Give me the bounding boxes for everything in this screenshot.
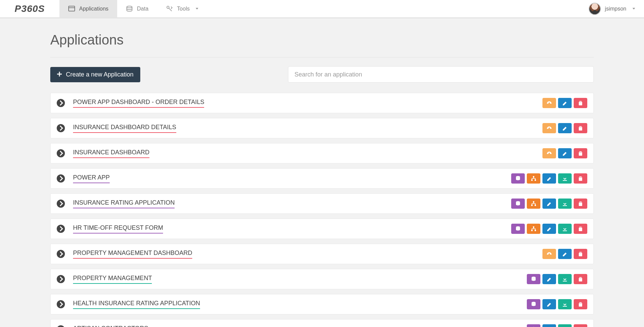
- open-application-icon[interactable]: [57, 200, 65, 208]
- edit-button[interactable]: [542, 274, 556, 284]
- nav-label: Tools: [177, 6, 190, 12]
- divider: [50, 57, 594, 57]
- open-application-icon[interactable]: [57, 300, 65, 308]
- dashboard-button[interactable]: [542, 148, 556, 158]
- application-name[interactable]: ARTISAN CONTRACTORS: [73, 325, 148, 327]
- edit-button[interactable]: [542, 299, 556, 309]
- delete-button[interactable]: [574, 274, 587, 284]
- open-application-icon[interactable]: [57, 149, 65, 157]
- application-row: POWER APP DASHBOARD - ORDER DETAILS: [50, 93, 594, 113]
- plus-icon: [57, 71, 62, 78]
- row-actions: [542, 123, 587, 133]
- data-button[interactable]: [511, 199, 525, 209]
- open-application-icon[interactable]: [57, 250, 65, 258]
- row-actions: [542, 98, 587, 108]
- row-actions: [511, 224, 587, 234]
- data-button[interactable]: [511, 173, 525, 184]
- application-row: PROPERTY MANAGEMENT DASHBOARD: [50, 244, 594, 264]
- application-row: HR TIME-OFF REQUEST FORM: [50, 219, 594, 239]
- edit-button[interactable]: [558, 148, 572, 158]
- row-actions: [511, 173, 587, 184]
- org-button[interactable]: [527, 173, 540, 184]
- edit-button[interactable]: [558, 249, 572, 259]
- edit-button[interactable]: [542, 224, 556, 234]
- chevron-down-icon: [196, 8, 198, 10]
- delete-button[interactable]: [574, 148, 587, 158]
- chevron-down-icon: [632, 8, 635, 10]
- download-button[interactable]: [558, 224, 572, 234]
- edit-button[interactable]: [558, 98, 572, 108]
- edit-button[interactable]: [542, 173, 556, 184]
- row-actions: [542, 148, 587, 158]
- delete-button[interactable]: [574, 199, 587, 209]
- delete-button[interactable]: [574, 98, 587, 108]
- application-row: ARTISAN CONTRACTORS: [50, 319, 594, 327]
- application-name[interactable]: PROPERTY MANAGEMENT: [73, 275, 152, 284]
- dashboard-button[interactable]: [542, 98, 556, 108]
- topbar: P360S Applications Data Tools jsimpson: [0, 0, 644, 18]
- application-name[interactable]: INSURANCE DASHBOARD DETAILS: [73, 124, 176, 133]
- application-name[interactable]: POWER APP: [73, 174, 110, 183]
- row-actions: [542, 249, 587, 259]
- data-button[interactable]: [527, 274, 540, 284]
- avatar: [589, 3, 601, 15]
- edit-button[interactable]: [558, 123, 572, 133]
- application-row: PROPERTY MANAGEMENT: [50, 269, 594, 289]
- page-title: Applications: [50, 32, 594, 48]
- search-input[interactable]: [288, 66, 594, 83]
- application-name[interactable]: PROPERTY MANAGEMENT DASHBOARD: [73, 249, 192, 259]
- open-application-icon[interactable]: [57, 325, 65, 327]
- row-actions: [527, 324, 587, 327]
- search-wrap: [288, 66, 594, 83]
- page-container: Applications Create a new Application PO…: [50, 19, 594, 327]
- data-button[interactable]: [527, 324, 540, 327]
- main-nav: Applications Data Tools: [59, 0, 207, 17]
- user-menu[interactable]: jsimpson: [580, 0, 644, 17]
- open-application-icon[interactable]: [57, 275, 65, 283]
- application-list: POWER APP DASHBOARD - ORDER DETAILSINSUR…: [50, 93, 594, 327]
- open-application-icon[interactable]: [57, 225, 65, 233]
- application-row: INSURANCE DASHBOARD: [50, 143, 594, 164]
- dashboard-button[interactable]: [542, 249, 556, 259]
- download-button[interactable]: [558, 274, 572, 284]
- application-row: HEALTH INSURANCE RATING APPLICATION: [50, 294, 594, 314]
- delete-button[interactable]: [574, 299, 587, 309]
- org-button[interactable]: [527, 199, 540, 209]
- open-application-icon[interactable]: [57, 124, 65, 132]
- download-button[interactable]: [558, 199, 572, 209]
- delete-button[interactable]: [574, 324, 587, 327]
- application-row: INSURANCE DASHBOARD DETAILS: [50, 118, 594, 138]
- database-icon: [126, 5, 133, 12]
- create-label: Create a new Application: [66, 71, 133, 78]
- row-actions: [527, 299, 587, 309]
- open-application-icon[interactable]: [57, 99, 65, 107]
- application-name[interactable]: INSURANCE RATING APPLICATION: [73, 199, 175, 208]
- create-application-button[interactable]: Create a new Application: [50, 67, 140, 82]
- edit-button[interactable]: [542, 324, 556, 327]
- delete-button[interactable]: [574, 249, 587, 259]
- org-button[interactable]: [527, 224, 540, 234]
- application-name[interactable]: POWER APP DASHBOARD - ORDER DETAILS: [73, 99, 204, 108]
- nav-applications[interactable]: Applications: [59, 0, 117, 17]
- delete-button[interactable]: [574, 224, 587, 234]
- tools-icon: [166, 5, 173, 12]
- nav-label: Applications: [79, 6, 108, 12]
- delete-button[interactable]: [574, 173, 587, 184]
- application-row: POWER APP: [50, 168, 594, 189]
- data-button[interactable]: [511, 224, 525, 234]
- download-button[interactable]: [558, 324, 572, 327]
- application-name[interactable]: HEALTH INSURANCE RATING APPLICATION: [73, 300, 200, 309]
- data-button[interactable]: [527, 299, 540, 309]
- brand-logo[interactable]: P360S: [0, 0, 59, 17]
- download-button[interactable]: [558, 299, 572, 309]
- nav-tools[interactable]: Tools: [157, 0, 207, 17]
- open-application-icon[interactable]: [57, 174, 65, 183]
- edit-button[interactable]: [542, 199, 556, 209]
- application-name[interactable]: HR TIME-OFF REQUEST FORM: [73, 224, 163, 234]
- delete-button[interactable]: [574, 123, 587, 133]
- row-actions: [527, 274, 587, 284]
- application-name[interactable]: INSURANCE DASHBOARD: [73, 149, 149, 158]
- dashboard-button[interactable]: [542, 123, 556, 133]
- download-button[interactable]: [558, 173, 572, 184]
- nav-data[interactable]: Data: [117, 0, 157, 17]
